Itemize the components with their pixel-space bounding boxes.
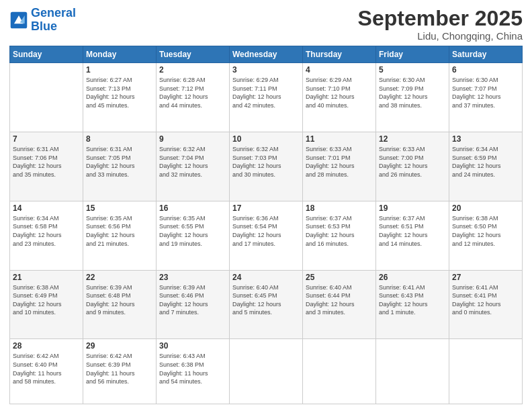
calendar-cell: 26Sunrise: 6:41 AM Sunset: 6:43 PM Dayli…	[376, 270, 449, 339]
day-number: 1	[86, 65, 153, 75]
subtitle: Lidu, Chongqing, China	[358, 30, 523, 42]
day-number: 21	[13, 273, 80, 282]
day-info: Sunrise: 6:39 AM Sunset: 6:46 PM Dayligh…	[159, 283, 226, 317]
logo: General Blue	[9, 7, 76, 34]
calendar-cell: 21Sunrise: 6:38 AM Sunset: 6:49 PM Dayli…	[10, 270, 83, 339]
day-info: Sunrise: 6:37 AM Sunset: 6:51 PM Dayligh…	[379, 214, 446, 248]
calendar-cell: 6Sunrise: 6:30 AM Sunset: 7:07 PM Daylig…	[449, 63, 523, 132]
calendar-cell: 9Sunrise: 6:32 AM Sunset: 7:04 PM Daylig…	[157, 132, 230, 201]
calendar-cell	[449, 339, 523, 404]
day-number: 16	[159, 203, 226, 213]
day-number: 20	[452, 203, 519, 213]
calendar-cell	[303, 339, 376, 404]
day-info: Sunrise: 6:29 AM Sunset: 7:11 PM Dayligh…	[232, 76, 300, 109]
calendar-cell: 12Sunrise: 6:33 AM Sunset: 7:00 PM Dayli…	[376, 132, 449, 201]
calendar-cell: 11Sunrise: 6:33 AM Sunset: 7:01 PM Dayli…	[303, 132, 376, 201]
day-info: Sunrise: 6:34 AM Sunset: 6:58 PM Dayligh…	[13, 214, 80, 248]
day-number: 13	[452, 134, 519, 144]
day-info: Sunrise: 6:41 AM Sunset: 6:41 PM Dayligh…	[452, 283, 519, 317]
page: General Blue September 2025 Lidu, Chongq…	[0, 0, 532, 411]
day-header-wednesday: Wednesday	[230, 46, 303, 63]
calendar-week-4: 21Sunrise: 6:38 AM Sunset: 6:49 PM Dayli…	[10, 270, 523, 339]
calendar-cell: 17Sunrise: 6:36 AM Sunset: 6:54 PM Dayli…	[230, 201, 303, 270]
calendar-cell: 7Sunrise: 6:31 AM Sunset: 7:06 PM Daylig…	[10, 132, 83, 201]
day-header-monday: Monday	[83, 46, 157, 63]
day-info: Sunrise: 6:43 AM Sunset: 6:38 PM Dayligh…	[159, 352, 226, 385]
day-number: 7	[13, 134, 80, 144]
calendar-cell: 5Sunrise: 6:30 AM Sunset: 7:09 PM Daylig…	[376, 63, 449, 132]
day-info: Sunrise: 6:29 AM Sunset: 7:10 PM Dayligh…	[306, 76, 373, 109]
day-header-saturday: Saturday	[449, 46, 523, 63]
day-info: Sunrise: 6:33 AM Sunset: 7:01 PM Dayligh…	[306, 145, 373, 179]
day-info: Sunrise: 6:38 AM Sunset: 6:49 PM Dayligh…	[13, 283, 80, 317]
day-number: 30	[159, 341, 226, 351]
day-header-thursday: Thursday	[303, 46, 376, 63]
calendar-body: 1Sunrise: 6:27 AM Sunset: 7:13 PM Daylig…	[10, 63, 523, 404]
day-headers-row: SundayMondayTuesdayWednesdayThursdayFrid…	[10, 46, 523, 63]
day-info: Sunrise: 6:35 AM Sunset: 6:55 PM Dayligh…	[159, 214, 226, 248]
day-number: 23	[159, 273, 226, 282]
calendar-cell: 18Sunrise: 6:37 AM Sunset: 6:53 PM Dayli…	[303, 201, 376, 270]
day-number: 10	[232, 134, 300, 144]
day-number: 25	[306, 273, 373, 282]
calendar-cell: 15Sunrise: 6:35 AM Sunset: 6:56 PM Dayli…	[83, 201, 157, 270]
day-info: Sunrise: 6:32 AM Sunset: 7:03 PM Dayligh…	[232, 145, 300, 179]
day-info: Sunrise: 6:33 AM Sunset: 7:00 PM Dayligh…	[379, 145, 446, 179]
calendar-cell: 20Sunrise: 6:38 AM Sunset: 6:50 PM Dayli…	[449, 201, 523, 270]
day-header-tuesday: Tuesday	[157, 46, 230, 63]
day-info: Sunrise: 6:40 AM Sunset: 6:44 PM Dayligh…	[306, 283, 373, 317]
day-number: 8	[86, 134, 153, 144]
day-number: 27	[452, 273, 519, 282]
day-info: Sunrise: 6:40 AM Sunset: 6:45 PM Dayligh…	[232, 283, 300, 317]
calendar-cell: 23Sunrise: 6:39 AM Sunset: 6:46 PM Dayli…	[157, 270, 230, 339]
calendar-cell: 14Sunrise: 6:34 AM Sunset: 6:58 PM Dayli…	[10, 201, 83, 270]
day-header-friday: Friday	[376, 46, 449, 63]
day-number: 3	[232, 65, 300, 75]
calendar-header: SundayMondayTuesdayWednesdayThursdayFrid…	[10, 46, 523, 63]
calendar-week-2: 7Sunrise: 6:31 AM Sunset: 7:06 PM Daylig…	[10, 132, 523, 201]
day-number: 18	[306, 203, 373, 213]
day-info: Sunrise: 6:38 AM Sunset: 6:50 PM Dayligh…	[452, 214, 519, 248]
calendar-cell: 22Sunrise: 6:39 AM Sunset: 6:48 PM Dayli…	[83, 270, 157, 339]
calendar-cell: 30Sunrise: 6:43 AM Sunset: 6:38 PM Dayli…	[157, 339, 230, 404]
calendar-cell	[376, 339, 449, 404]
main-title: September 2025	[358, 7, 523, 30]
day-number: 9	[159, 134, 226, 144]
calendar-table: SundayMondayTuesdayWednesdayThursdayFrid…	[9, 46, 523, 404]
calendar-cell: 28Sunrise: 6:42 AM Sunset: 6:40 PM Dayli…	[10, 339, 83, 404]
calendar-cell: 13Sunrise: 6:34 AM Sunset: 6:59 PM Dayli…	[449, 132, 523, 201]
calendar-week-1: 1Sunrise: 6:27 AM Sunset: 7:13 PM Daylig…	[10, 63, 523, 132]
calendar-cell: 3Sunrise: 6:29 AM Sunset: 7:11 PM Daylig…	[230, 63, 303, 132]
calendar-cell: 10Sunrise: 6:32 AM Sunset: 7:03 PM Dayli…	[230, 132, 303, 201]
logo-line1: General	[31, 6, 76, 19]
calendar-cell: 1Sunrise: 6:27 AM Sunset: 7:13 PM Daylig…	[83, 63, 157, 132]
calendar-cell	[10, 63, 83, 132]
day-info: Sunrise: 6:28 AM Sunset: 7:12 PM Dayligh…	[159, 76, 226, 109]
day-number: 14	[13, 203, 80, 213]
calendar-cell: 4Sunrise: 6:29 AM Sunset: 7:10 PM Daylig…	[303, 63, 376, 132]
calendar-week-3: 14Sunrise: 6:34 AM Sunset: 6:58 PM Dayli…	[10, 201, 523, 270]
calendar-week-5: 28Sunrise: 6:42 AM Sunset: 6:40 PM Dayli…	[10, 339, 523, 404]
calendar-cell: 16Sunrise: 6:35 AM Sunset: 6:55 PM Dayli…	[157, 201, 230, 270]
day-info: Sunrise: 6:31 AM Sunset: 7:06 PM Dayligh…	[13, 145, 80, 179]
header: General Blue September 2025 Lidu, Chongq…	[9, 7, 523, 42]
calendar-cell: 29Sunrise: 6:42 AM Sunset: 6:39 PM Dayli…	[83, 339, 157, 404]
day-number: 11	[306, 134, 373, 144]
day-info: Sunrise: 6:30 AM Sunset: 7:07 PM Dayligh…	[452, 76, 519, 109]
title-block: September 2025 Lidu, Chongqing, China	[358, 7, 523, 42]
day-number: 5	[379, 65, 446, 75]
day-number: 28	[13, 341, 80, 351]
logo-text: General Blue	[31, 7, 76, 34]
calendar-cell: 24Sunrise: 6:40 AM Sunset: 6:45 PM Dayli…	[230, 270, 303, 339]
day-number: 24	[232, 273, 300, 282]
day-info: Sunrise: 6:39 AM Sunset: 6:48 PM Dayligh…	[86, 283, 153, 317]
day-info: Sunrise: 6:41 AM Sunset: 6:43 PM Dayligh…	[379, 283, 446, 317]
day-number: 6	[452, 65, 519, 75]
calendar-cell: 8Sunrise: 6:31 AM Sunset: 7:05 PM Daylig…	[83, 132, 157, 201]
day-header-sunday: Sunday	[10, 46, 83, 63]
day-info: Sunrise: 6:37 AM Sunset: 6:53 PM Dayligh…	[306, 214, 373, 248]
calendar-cell: 2Sunrise: 6:28 AM Sunset: 7:12 PM Daylig…	[157, 63, 230, 132]
logo-icon	[9, 11, 28, 30]
calendar-cell	[230, 339, 303, 404]
calendar-cell: 27Sunrise: 6:41 AM Sunset: 6:41 PM Dayli…	[449, 270, 523, 339]
